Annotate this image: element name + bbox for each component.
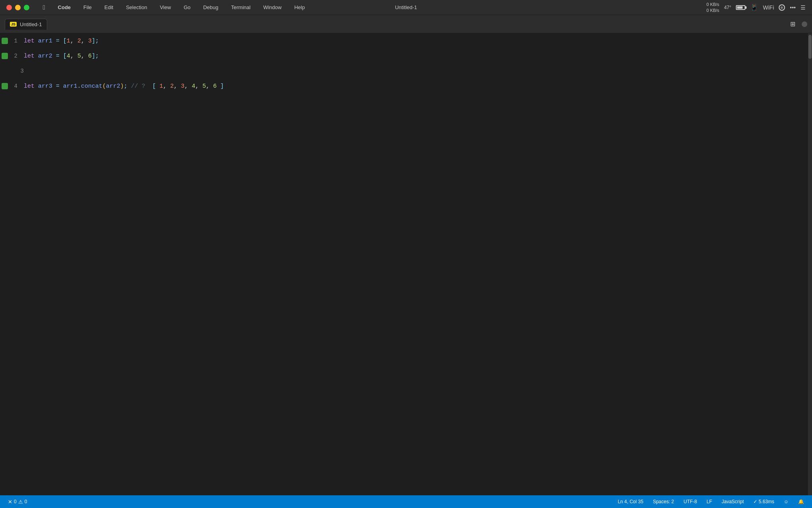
error-count[interactable]: ✕ 0 ⚠ 0 — [6, 498, 29, 506]
titlebar-left:  Code File Edit Selection View Go Debug… — [6, 3, 307, 12]
line-content-4: let arr3 = arr1.concat(arr2); // ? [ 1, … — [21, 79, 808, 94]
menu-file[interactable]: File — [81, 4, 94, 11]
line-gutter-4: 4 — [0, 83, 21, 89]
phone-icon: 📱 — [750, 4, 758, 11]
error-icon: ✕ — [8, 499, 12, 505]
titlebar-right: 0 KB/s 0 KB/s 47° 📱 WiFi ⊕ ••• ☰ — [707, 2, 806, 13]
maximize-button[interactable] — [24, 5, 29, 10]
menu-help[interactable]: Help — [292, 4, 307, 11]
line-number-4: 4 — [10, 83, 17, 89]
split-editor-icon[interactable]: ⊞ — [789, 19, 797, 29]
statusbar-left: ✕ 0 ⚠ 0 — [6, 498, 29, 506]
debug-dot-1[interactable] — [2, 38, 8, 44]
debug-dot-4[interactable] — [2, 83, 8, 89]
menu-selection[interactable]: Selection — [124, 4, 149, 11]
table-row: 4 let arr3 = arr1.concat(arr2); // ? [ 1… — [0, 79, 808, 94]
menu-window[interactable]: Window — [261, 4, 284, 11]
debug-dot-2[interactable] — [2, 53, 8, 59]
menu-debug[interactable]: Debug — [201, 4, 220, 11]
cursor-position[interactable]: Ln 4, Col 35 — [616, 498, 645, 505]
menu-terminal[interactable]: Terminal — [229, 4, 253, 11]
apple-menu[interactable]:  — [40, 3, 48, 12]
menu-code[interactable]: Code — [56, 4, 73, 11]
wifi-icon: WiFi — [763, 4, 774, 11]
editor-container: 1 let arr1 = [1, 2, 3]; 2 let arr2 = [4,… — [0, 33, 812, 495]
line-gutter-1: 1 — [0, 38, 21, 44]
editor-main[interactable]: 1 let arr1 = [1, 2, 3]; 2 let arr2 = [4,… — [0, 33, 808, 495]
menu-edit[interactable]: Edit — [102, 4, 115, 11]
table-row: 1 let arr1 = [1, 2, 3]; — [0, 33, 808, 48]
table-row: 3 — [0, 64, 808, 79]
traffic-lights — [6, 5, 29, 10]
smiley-icon[interactable]: ☺ — [782, 498, 790, 505]
line-number-3: 3 — [16, 68, 24, 74]
battery-icon — [736, 5, 745, 10]
statusbar: ✕ 0 ⚠ 0 Ln 4, Col 35 Spaces: 2 UTF-8 LF … — [0, 495, 812, 508]
circle-button[interactable] — [802, 21, 807, 27]
network-status: 0 KB/s 0 KB/s — [707, 2, 719, 13]
close-button[interactable] — [6, 5, 12, 10]
table-row: 2 let arr2 = [4, 5, 6]; — [0, 48, 808, 64]
line-content-3 — [21, 64, 808, 79]
scrollbar-thumb[interactable] — [808, 35, 812, 59]
encoding[interactable]: UTF-8 — [682, 498, 699, 505]
tabbar: JS Untitled-1 ⊞ — [0, 15, 812, 33]
timing[interactable]: ✓ 5.63ms — [752, 498, 776, 505]
minimize-button[interactable] — [15, 5, 21, 10]
more-icon[interactable]: ••• — [790, 4, 796, 11]
line-gutter-2: 2 — [0, 53, 21, 59]
eol[interactable]: LF — [705, 498, 714, 505]
line-number-2: 2 — [10, 53, 17, 59]
menu-go[interactable]: Go — [181, 4, 193, 11]
bell-icon[interactable]: 🔔 — [797, 498, 806, 505]
vpn-icon: ⊕ — [779, 4, 785, 11]
titlebar:  Code File Edit Selection View Go Debug… — [0, 0, 812, 15]
warning-number: 0 — [25, 499, 27, 504]
js-badge: JS — [10, 22, 17, 27]
editor-empty-space[interactable] — [0, 94, 808, 495]
window-title: Untitled-1 — [395, 4, 417, 10]
line-content-1: let arr1 = [1, 2, 3]; — [21, 33, 808, 48]
line-content-2: let arr2 = [4, 5, 6]; — [21, 48, 808, 64]
list-icon[interactable]: ☰ — [801, 4, 806, 11]
temperature: 47° — [724, 5, 731, 10]
statusbar-right: Ln 4, Col 35 Spaces: 2 UTF-8 LF JavaScri… — [616, 498, 806, 505]
language-mode[interactable]: JavaScript — [720, 498, 745, 505]
warning-icon: ⚠ — [18, 499, 23, 505]
indentation[interactable]: Spaces: 2 — [651, 498, 676, 505]
tab-label: Untitled-1 — [20, 21, 42, 27]
line-gutter-3: 3 — [0, 68, 21, 74]
scrollbar[interactable] — [808, 33, 812, 495]
tabbar-right: ⊞ — [789, 19, 807, 29]
menu-view[interactable]: View — [157, 4, 173, 11]
tab-untitled[interactable]: JS Untitled-1 — [5, 19, 47, 30]
line-number-1: 1 — [10, 38, 17, 44]
error-number: 0 — [14, 499, 17, 504]
